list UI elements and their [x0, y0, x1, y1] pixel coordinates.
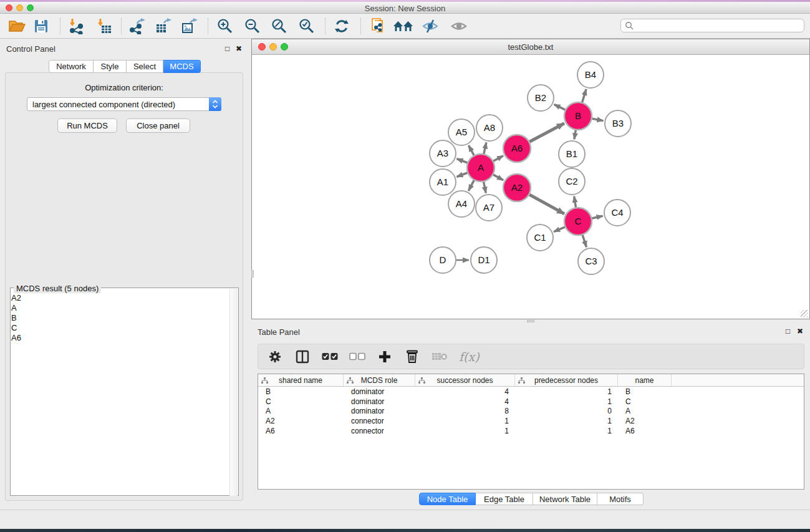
splitpane-handle[interactable]	[527, 320, 534, 322]
graph-node-B[interactable]: B	[564, 102, 592, 130]
table-cell[interactable]: A	[618, 407, 672, 415]
table-cell[interactable]: B	[258, 387, 344, 396]
table-cell[interactable]: 4	[415, 397, 515, 406]
table-cell[interactable]: 1	[515, 387, 618, 396]
export-table-icon[interactable]	[153, 16, 174, 36]
tab-node-table[interactable]: Node Table	[419, 493, 476, 505]
table-cell[interactable]: B	[618, 387, 672, 396]
table-cell[interactable]: connector	[344, 417, 415, 425]
table-cell[interactable]: C	[618, 397, 672, 406]
add-column-icon[interactable]	[377, 349, 393, 365]
mcds-result-item[interactable]: A2	[11, 293, 223, 303]
table-cell[interactable]: 8	[415, 407, 515, 415]
save-session-icon[interactable]	[31, 16, 52, 36]
table-row[interactable]: Adominator80A	[258, 407, 804, 417]
table-cell[interactable]: dominator	[344, 387, 415, 396]
mcds-result-item[interactable]: B	[11, 313, 223, 323]
graph-node-A2[interactable]: A2	[503, 174, 531, 201]
graph-node-C3[interactable]: C3	[578, 248, 604, 274]
graph-node-C[interactable]: C	[564, 208, 592, 235]
mcds-result-scrollbar[interactable]	[229, 289, 238, 496]
graph-node-A4[interactable]: A4	[448, 191, 475, 217]
delete-column-icon[interactable]	[404, 349, 420, 365]
network-graph-canvas[interactable]: B4B2BB3A8A5A6A3B1AA1C2A2A4A7C4CC1DD1C3	[252, 55, 809, 319]
close-panel-button[interactable]: Close panel	[126, 118, 190, 133]
graph-node-A8[interactable]: A8	[476, 115, 503, 141]
table-cell[interactable]: A6	[258, 427, 344, 435]
graph-node-B1[interactable]: B1	[559, 141, 585, 167]
table-cell[interactable]: dominator	[344, 397, 415, 406]
table-row[interactable]: Bdominator41B	[258, 387, 804, 397]
zoom-in-icon[interactable]	[215, 16, 236, 36]
tab-mcds[interactable]: MCDS	[163, 60, 201, 73]
graph-node-A6[interactable]: A6	[503, 135, 531, 162]
table-cell[interactable]: A	[258, 407, 344, 415]
table-cell[interactable]: A6	[618, 427, 672, 435]
table-cell[interactable]: 1	[515, 417, 618, 425]
mcds-result-item[interactable]: A6	[11, 333, 223, 343]
export-image-icon[interactable]	[179, 16, 200, 36]
open-file-icon[interactable]	[6, 16, 27, 36]
table-cell[interactable]: 4	[415, 387, 515, 396]
graph-node-C2[interactable]: C2	[559, 168, 585, 195]
import-network-icon[interactable]	[65, 16, 87, 36]
tab-motifs[interactable]: Motifs	[597, 493, 644, 505]
table-row[interactable]: Cdominator41C	[258, 397, 804, 407]
export-network-icon[interactable]	[127, 16, 148, 36]
column-header-shared-name[interactable]: shared name	[258, 374, 344, 386]
column-layout-icon[interactable]	[294, 349, 311, 365]
mcds-result-item[interactable]: C	[11, 323, 223, 333]
control-panel-close-icon[interactable]: ✖	[236, 45, 242, 52]
column-header-name[interactable]: name	[618, 374, 672, 386]
table-cell[interactable]: C	[258, 397, 344, 406]
splitpane-handle[interactable]	[251, 270, 254, 278]
graph-node-D1[interactable]: D1	[471, 247, 497, 273]
graph-node-C4[interactable]: C4	[604, 200, 630, 226]
graph-node-A7[interactable]: A7	[476, 195, 502, 221]
table-cell[interactable]: A2	[258, 417, 344, 425]
graph-node-A3[interactable]: A3	[430, 140, 456, 167]
graph-node-B4[interactable]: B4	[577, 62, 604, 88]
refresh-layout-icon[interactable]	[331, 16, 352, 36]
table-cell[interactable]: 1	[515, 427, 618, 435]
node-table[interactable]: shared nameMCDS rolesuccessor nodesprede…	[258, 374, 804, 490]
table-cell[interactable]: 1	[415, 427, 515, 435]
table-panel-float-icon[interactable]: □	[786, 327, 790, 335]
search-box[interactable]	[620, 19, 804, 32]
graph-node-A[interactable]: A	[467, 154, 494, 181]
table-cell[interactable]: 1	[415, 417, 515, 425]
graph-node-A5[interactable]: A5	[448, 119, 475, 145]
table-panel-close-icon[interactable]: ✖	[797, 327, 803, 335]
table-cell[interactable]: dominator	[344, 407, 415, 415]
control-panel-float-icon[interactable]: □	[225, 45, 229, 52]
import-table-icon[interactable]	[94, 16, 115, 36]
zoom-fit-icon[interactable]	[269, 16, 290, 36]
graph-node-B2[interactable]: B2	[528, 85, 554, 111]
clone-network-icon[interactable]	[368, 16, 389, 36]
mcds-result-item[interactable]: A	[11, 303, 223, 313]
tab-network-table[interactable]: Network Table	[533, 493, 597, 505]
graph-node-C1[interactable]: C1	[527, 225, 553, 251]
hide-graphics-details-icon[interactable]	[420, 16, 441, 36]
column-header-MCDS-role[interactable]: MCDS role	[344, 374, 415, 386]
graph-node-B3[interactable]: B3	[605, 110, 631, 137]
select-all-checkboxes-icon[interactable]	[322, 349, 338, 365]
column-header-predecessor-nodes[interactable]: predecessor nodes	[515, 374, 618, 386]
table-cell[interactable]: A2	[618, 417, 672, 425]
graph-node-A1[interactable]: A1	[430, 169, 456, 195]
table-row[interactable]: A6connector11A6	[258, 426, 804, 436]
settings-gear-icon[interactable]	[267, 349, 283, 365]
optimization-criterion-select[interactable]: largest connected component (directed)	[27, 97, 221, 111]
show-graphics-details-icon[interactable]	[448, 16, 470, 36]
run-mcds-button[interactable]: Run MCDS	[57, 118, 117, 133]
tab-network[interactable]: Network	[49, 60, 94, 73]
zoom-selected-icon[interactable]	[296, 16, 317, 36]
column-header-successor-nodes[interactable]: successor nodes	[415, 374, 515, 386]
table-cell[interactable]: 1	[515, 397, 618, 406]
table-row[interactable]: A2connector11A2	[258, 416, 804, 426]
search-input[interactable]	[634, 20, 804, 31]
tab-edge-table[interactable]: Edge Table	[476, 493, 533, 505]
graph-node-D[interactable]: D	[430, 247, 456, 273]
home-view-icon[interactable]	[393, 16, 414, 36]
table-cell[interactable]: connector	[344, 427, 415, 435]
